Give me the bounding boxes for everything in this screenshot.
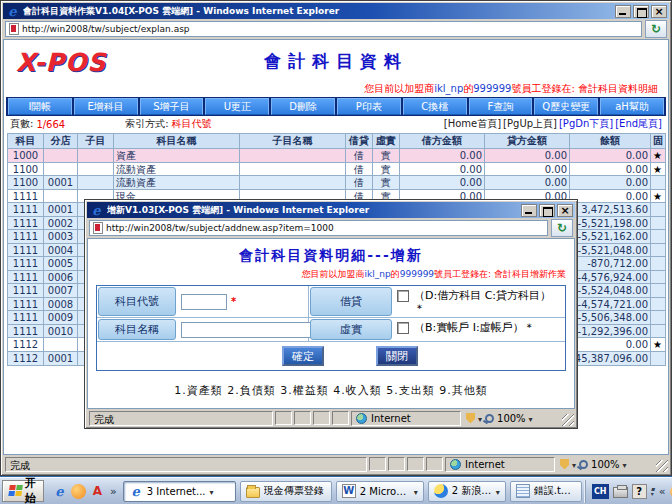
table-cell: 實 (373, 163, 400, 176)
status-segment (388, 457, 405, 471)
table-cell: 實 (373, 149, 400, 162)
close-dialog-button[interactable]: 關閉 (376, 346, 418, 366)
pager-nav-2[interactable]: [PgDn下頁] (559, 118, 613, 129)
quick-launch-overflow-icon[interactable] (110, 485, 117, 498)
menu-button-9[interactable]: aH幫助 (600, 98, 664, 115)
table-cell: 0.00 (400, 176, 485, 189)
table-cell (240, 176, 346, 189)
ie-icon (5, 4, 20, 19)
resize-grip[interactable] (656, 460, 668, 472)
protected-mode-icon (560, 459, 569, 470)
notepad-icon (516, 484, 530, 498)
popup-window-title: 增新V1.03[X-POS 雲端網] - Windows Internet Ex… (107, 204, 518, 217)
popup-url-text: http://win2008/tw/subject/addnew.asp?ite… (106, 223, 334, 233)
start-label: 开始 (25, 476, 37, 504)
table-row[interactable]: 11000001流動資產借實0.000.000.00 (8, 176, 665, 190)
close-button[interactable] (651, 5, 667, 18)
menu-button-2[interactable]: S增子目 (140, 98, 204, 115)
menu-button-0[interactable]: I開帳 (8, 98, 72, 115)
table-cell: -4,574,721.00 (570, 298, 651, 311)
pages-label: 頁數: (10, 117, 33, 131)
taskbar-button-3[interactable]: 2 新浪UC (428, 481, 506, 502)
minimize-button[interactable] (615, 5, 631, 18)
zoom-control[interactable]: 100% (463, 411, 573, 426)
popup-addressbar: http://win2008/tw/subject/addnew.asp?ite… (87, 218, 575, 238)
addnew-form: 科目代號 * 借貸 （D:借方科目 C:貸方科目）＊ 科目名稱 * 虛實 (96, 285, 566, 371)
table-cell: 1111 (8, 203, 44, 216)
table-cell (651, 325, 664, 338)
popup-refresh-button[interactable]: ↻ (551, 219, 573, 237)
index-label: 索引方式: (125, 117, 168, 131)
real-virtual-checkbox[interactable] (397, 322, 409, 334)
table-cell (651, 298, 664, 311)
code-input[interactable] (181, 294, 227, 310)
table-cell: 0004 (44, 244, 78, 257)
taskbar-button-label: 2 新浪UC (452, 484, 492, 498)
table-cell (651, 244, 664, 257)
table-cell (44, 163, 78, 176)
main-status-text: 完成 (5, 457, 367, 472)
employee-id: 999999 (400, 269, 434, 279)
taskbar-button-2[interactable]: 2 Microsof... (336, 481, 424, 502)
popup-minimize-button[interactable] (521, 204, 537, 217)
zoom-control[interactable]: 100% (557, 457, 667, 472)
popup-close-button[interactable] (557, 204, 573, 217)
table-row[interactable]: 1000資產借實0.000.000.00★ (8, 149, 665, 163)
menu-button-4[interactable]: D刪除 (271, 98, 335, 115)
employee-id: 999999 (473, 83, 511, 94)
menu-button-5[interactable]: P印表 (337, 98, 401, 115)
taskbar-button-4[interactable]: 錯誤.txt - ... (510, 481, 582, 502)
notice-text: 您目前以加盟商 (364, 83, 434, 94)
hidden-icons-toggle[interactable] (651, 486, 655, 496)
table-cell: 3,472,513.60 (570, 203, 651, 216)
chevron-down-icon (210, 486, 214, 497)
ie-icon (89, 203, 104, 218)
collapse-tray-icon[interactable] (659, 485, 666, 498)
table-cell (651, 352, 664, 366)
qq-icon[interactable] (71, 484, 86, 499)
language-indicator[interactable]: CH (592, 484, 609, 499)
debit-credit-checkbox[interactable] (397, 290, 409, 302)
menu-button-8[interactable]: Q歷史變更 (534, 98, 598, 115)
table-cell: -5,506,348.00 (570, 311, 651, 324)
refresh-button[interactable]: ↻ (645, 20, 667, 38)
name-input[interactable] (181, 322, 319, 338)
help-icon[interactable] (632, 484, 647, 499)
menu-button-7[interactable]: F查詢 (469, 98, 533, 115)
popup-maximize-button[interactable] (539, 204, 555, 217)
table-cell (44, 338, 78, 351)
popup-url-field[interactable]: http://win2008/tw/subject/addnew.asp?ite… (89, 220, 548, 236)
status-segment (275, 411, 292, 425)
main-url-field[interactable]: http://win2008/tw/subject/explan.asp (5, 21, 642, 37)
confirm-button[interactable]: 確定 (282, 346, 324, 366)
menu-button-6[interactable]: C換檔 (403, 98, 467, 115)
table-cell: -5,521,198.00 (570, 217, 651, 230)
pager-nav-3[interactable]: [End尾頁] (615, 118, 662, 129)
table-cell: 1111 (8, 257, 44, 270)
foxmail-icon[interactable] (90, 484, 105, 499)
resize-grip[interactable] (562, 414, 574, 426)
ie-icon[interactable] (52, 484, 67, 499)
table-cell: 1000 (8, 149, 44, 162)
notice-text: 的 (391, 269, 400, 279)
table-cell (651, 203, 664, 216)
column-header: 餘額 (570, 134, 651, 148)
start-button[interactable]: 开始 (2, 480, 44, 502)
printer-icon[interactable] (613, 487, 628, 498)
table-cell: 0001 (44, 176, 78, 189)
menu-button-1[interactable]: E增科目 (74, 98, 138, 115)
table-cell: 資產 (114, 149, 240, 162)
table-cell: -1,292,396.00 (570, 325, 651, 338)
table-cell: 1111 (8, 244, 44, 257)
table-cell (44, 149, 78, 162)
table-cell: 1111 (8, 325, 44, 338)
page-icon (93, 222, 103, 234)
table-row[interactable]: 1100流動資產借實0.000.000.00★ (8, 163, 665, 177)
page-title: 會計科目資料 (4, 50, 668, 73)
table-cell (240, 149, 346, 162)
index-value: 科目代號 (172, 117, 212, 131)
maximize-button[interactable] (633, 5, 649, 18)
taskbar-button-0[interactable]: 3 Internet... (123, 481, 236, 502)
taskbar-button-1[interactable]: 現金傳票登錄 (240, 481, 332, 502)
menu-button-3[interactable]: U更正 (205, 98, 269, 115)
